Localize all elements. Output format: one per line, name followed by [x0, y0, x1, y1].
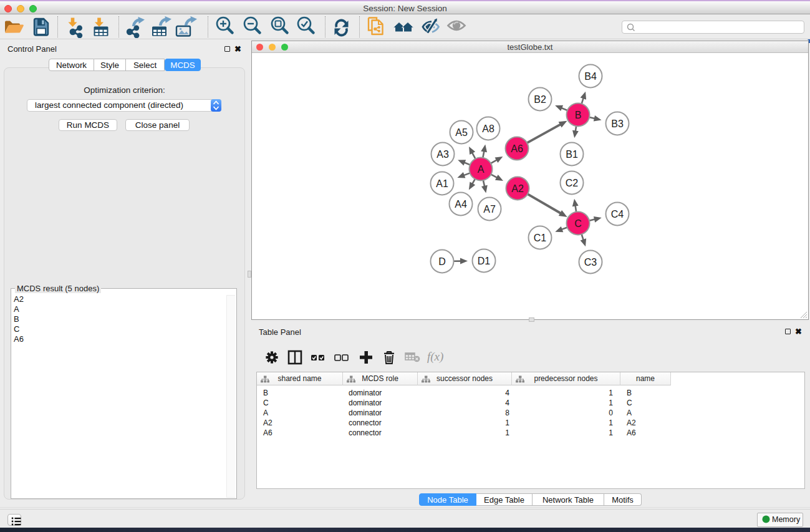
svg-text:C: C	[574, 218, 582, 229]
svg-text:C2: C2	[566, 178, 579, 188]
svg-text:A2: A2	[511, 183, 524, 194]
svg-text:B1: B1	[566, 149, 578, 160]
svg-text:A6: A6	[511, 143, 523, 154]
svg-text:B3: B3	[611, 118, 624, 129]
svg-text:B: B	[575, 110, 582, 120]
svg-text:A7: A7	[483, 204, 496, 215]
svg-text:A4: A4	[455, 199, 467, 210]
svg-text:B4: B4	[584, 71, 597, 82]
svg-text:A5: A5	[455, 127, 468, 138]
svg-text:A: A	[478, 164, 485, 175]
svg-text:C1: C1	[534, 233, 547, 243]
svg-text:D1: D1	[478, 256, 491, 266]
svg-text:B2: B2	[534, 94, 546, 105]
svg-text:D: D	[438, 256, 446, 267]
svg-text:A1: A1	[436, 178, 448, 189]
svg-text:A3: A3	[436, 149, 449, 160]
svg-text:A8: A8	[482, 123, 494, 134]
svg-text:C4: C4	[611, 209, 624, 220]
svg-text:C3: C3	[584, 257, 597, 268]
